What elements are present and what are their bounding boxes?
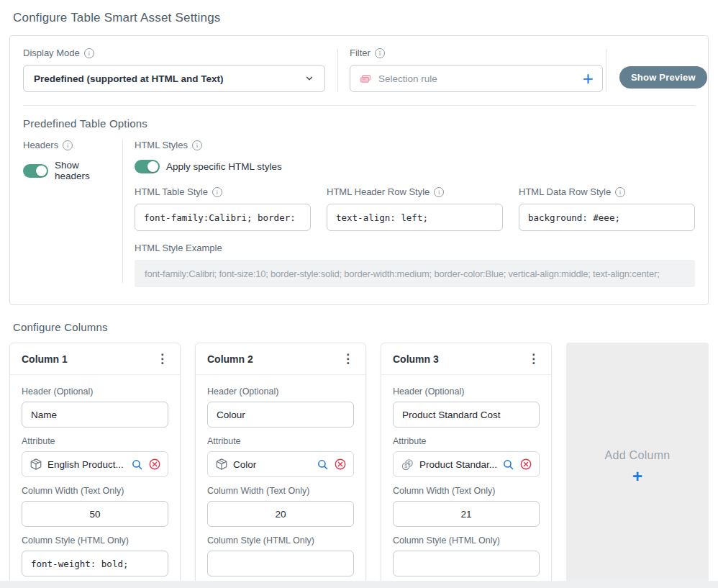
display-mode-label-text: Display Mode [23, 48, 80, 58]
column-3-style-input[interactable] [393, 551, 540, 576]
header-optional-label: Header (Optional) [207, 386, 354, 397]
column-2-width-input[interactable] [207, 501, 354, 527]
search-icon[interactable] [317, 458, 329, 471]
html-style-fields: HTML Table Style HTML Header Row Style [135, 186, 695, 231]
settings-panel: Display Mode Predefined (supported at HT… [9, 35, 709, 305]
column-width-label: Column Width (Text Only) [22, 486, 168, 496]
column-3-attribute-value: Product Standar... [419, 459, 497, 470]
divider [122, 140, 123, 283]
page-title: Configure Table Smart Asset Settings [13, 11, 709, 25]
attribute-label: Attribute [393, 436, 540, 446]
kebab-menu-icon[interactable]: ⋮ [336, 353, 360, 365]
column-3-attribute-picker[interactable]: $ $ Product Standar... [393, 451, 540, 477]
column-1-header-input[interactable] [22, 402, 168, 428]
info-icon[interactable] [615, 187, 625, 197]
info-icon[interactable] [84, 48, 94, 58]
search-icon[interactable] [131, 458, 143, 471]
attribute-label: Attribute [22, 436, 168, 446]
header-optional-label: Header (Optional) [22, 386, 168, 397]
cube-icon [215, 458, 228, 471]
headers-column: Headers Show headers [23, 140, 111, 287]
html-header-row-style-label: HTML Header Row Style [327, 186, 503, 197]
headers-label-text: Headers [23, 140, 58, 150]
column-style-label: Column Style (HTML Only) [22, 535, 168, 546]
clear-attribute-icon[interactable] [148, 458, 161, 471]
cube-icon [29, 458, 42, 471]
html-header-row-style-input[interactable] [327, 204, 503, 231]
info-icon[interactable] [63, 140, 73, 150]
coins-icon: $ $ [401, 458, 414, 471]
html-data-row-style-input[interactable] [519, 204, 695, 231]
filter-selection-rule-box[interactable]: Selection rule + [350, 65, 603, 92]
column-card-1-title: Column 1 [22, 353, 68, 365]
html-header-row-style-field: HTML Header Row Style [327, 186, 503, 231]
column-card-3-body: Header (Optional) Attribute $ $ Product … [381, 375, 551, 588]
filter-placeholder: Selection rule [378, 73, 576, 84]
column-card-2-header: Column 2 ⋮ [196, 343, 365, 375]
column-card-2-body: Header (Optional) Attribute Color [196, 375, 365, 588]
kebab-menu-icon[interactable]: ⋮ [150, 353, 174, 365]
column-3-header-input[interactable] [393, 402, 540, 428]
column-1-attribute-picker[interactable]: English Product... [22, 451, 168, 477]
svg-text:$: $ [404, 463, 407, 469]
column-width-label: Column Width (Text Only) [393, 486, 540, 496]
column-3-width-input[interactable] [393, 501, 540, 527]
column-card-1-header: Column 1 ⋮ [10, 343, 180, 375]
column-1-width-input[interactable] [22, 501, 168, 527]
chevron-down-icon [304, 73, 314, 83]
predefined-table-options: Predefined Table Options Headers Show he… [10, 106, 708, 287]
column-style-label: Column Style (HTML Only) [207, 535, 354, 546]
add-filter-plus-icon[interactable]: + [583, 69, 594, 88]
configure-columns-title: Configure Columns [13, 321, 709, 333]
settings-top-row: Display Mode Predefined (supported at HT… [10, 48, 708, 92]
clear-attribute-icon[interactable] [334, 458, 347, 471]
apply-html-styles-toggle[interactable] [135, 160, 160, 173]
column-2-style-input[interactable] [207, 551, 354, 576]
page: Configure Table Smart Asset Settings Dis… [0, 0, 718, 588]
html-data-row-style-label: HTML Data Row Style [519, 186, 695, 197]
display-mode-value: Predefined (supported at HTML and Text) [34, 73, 224, 84]
info-icon[interactable] [434, 187, 444, 197]
column-2-attribute-picker[interactable]: Color [207, 451, 354, 477]
html-data-row-style-field: HTML Data Row Style [519, 186, 695, 231]
predefined-options-body: Headers Show headers HTML Styles [23, 140, 695, 287]
html-table-style-input[interactable] [135, 204, 311, 231]
info-icon[interactable] [192, 140, 202, 150]
show-headers-toggle[interactable] [23, 164, 48, 178]
info-icon[interactable] [212, 187, 222, 197]
column-card-2: Column 2 ⋮ Header (Optional) Attribute C… [195, 343, 366, 588]
column-style-label: Column Style (HTML Only) [393, 535, 540, 546]
header-optional-label: Header (Optional) [393, 386, 540, 397]
search-icon[interactable] [502, 458, 514, 471]
html-styles-label-text: HTML Styles [135, 140, 188, 150]
html-table-style-field: HTML Table Style [135, 186, 311, 231]
preview-wrap: Show Preview [606, 48, 707, 92]
clear-attribute-icon[interactable] [519, 458, 532, 471]
filter-label: Filter [350, 48, 606, 58]
html-data-row-style-label-text: HTML Data Row Style [519, 186, 611, 197]
html-table-style-label: HTML Table Style [135, 186, 311, 197]
column-card-3-title: Column 3 [393, 353, 439, 365]
column-1-attribute-value: English Product... [47, 459, 126, 470]
kebab-menu-icon[interactable]: ⋮ [522, 353, 545, 365]
info-icon[interactable] [375, 48, 385, 58]
html-style-example-label: HTML Style Example [135, 243, 695, 253]
selection-rule-icon [359, 72, 372, 85]
add-column-plus-icon: + [632, 468, 642, 485]
show-headers-toggle-label: Show headers [55, 160, 111, 181]
add-column-button[interactable]: Add Column + [566, 343, 709, 588]
show-preview-button[interactable]: Show Preview [619, 66, 707, 89]
html-styles-label: HTML Styles [135, 140, 695, 150]
apply-html-styles-toggle-row: Apply specific HTML styles [135, 160, 695, 173]
html-table-style-label-text: HTML Table Style [135, 186, 208, 197]
column-1-style-input[interactable] [22, 551, 168, 576]
column-card-3: Column 3 ⋮ Header (Optional) Attribute $… [381, 343, 552, 588]
column-width-label: Column Width (Text Only) [207, 486, 354, 496]
bottom-strip [0, 581, 718, 588]
filter-label-text: Filter [350, 48, 371, 58]
display-mode-select[interactable]: Predefined (supported at HTML and Text) [23, 65, 325, 92]
column-2-header-input[interactable] [207, 402, 354, 428]
display-mode-block: Display Mode Predefined (supported at HT… [23, 48, 337, 92]
attribute-label: Attribute [207, 436, 354, 446]
column-card-3-header: Column 3 ⋮ [381, 343, 551, 375]
